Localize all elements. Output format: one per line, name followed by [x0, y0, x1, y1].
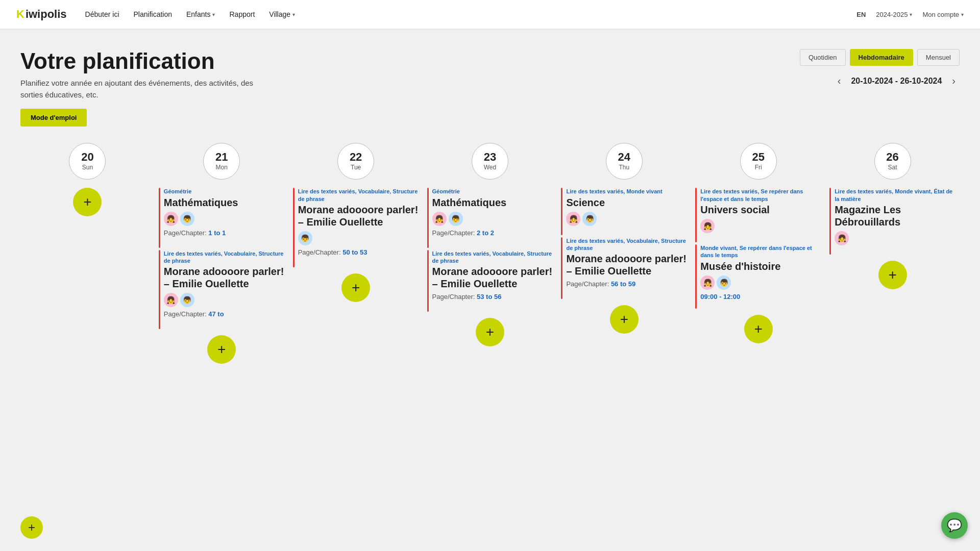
- add-event-button-fri[interactable]: +: [744, 315, 773, 343]
- chevron-down-icon: ▾: [910, 12, 912, 17]
- day-col-mon: 21MonGéométrieMathématiques👧👦Page/Chapte…: [155, 143, 289, 449]
- page-chapter-label: Page/Chapter:: [432, 293, 477, 300]
- day-header: 22Tue: [293, 143, 419, 180]
- event-tag: Monde vivant, Se repérer dans l'espace e…: [700, 244, 821, 259]
- event-avatars: 👧👦: [164, 293, 285, 307]
- event-avatars: 👧👦: [164, 212, 285, 226]
- year-selector[interactable]: 2024-2025 ▾: [876, 11, 912, 18]
- add-event-button-sun[interactable]: +: [73, 188, 102, 216]
- main-nav: Débuter ici Planification Enfants ▾ Rapp…: [85, 10, 857, 18]
- day-number: 26: [886, 152, 898, 163]
- page-chapter-label: Page/Chapter:: [298, 248, 342, 256]
- chevron-down-icon: ▾: [961, 12, 964, 17]
- day-col-thu: 24ThuLire des textes variés, Monde vivan…: [557, 143, 691, 449]
- hebdomadaire-button[interactable]: Hebdomadaire: [850, 49, 913, 66]
- event-title: Morane adoooore parler! – Emilie Ouellet…: [432, 265, 553, 290]
- account-button[interactable]: Mon compte ▾: [922, 11, 964, 18]
- event-card: Lire des textes variés, Monde vivantScie…: [561, 188, 687, 235]
- avatar: 👧: [164, 212, 178, 226]
- page-chapter-label: Page/Chapter:: [164, 310, 208, 318]
- quotidien-button[interactable]: Quotidien: [800, 49, 846, 66]
- day-name: Tue: [351, 164, 361, 171]
- mode-emploi-button[interactable]: Mode d'emploi: [20, 109, 87, 127]
- date-navigation: ‹ 20-10-2024 - 26-10-2024 ›: [834, 74, 960, 88]
- day-number: 25: [752, 152, 764, 163]
- avatar: 👦: [180, 212, 194, 226]
- event-tag: Lire des textes variés, Monde vivant, Ét…: [835, 188, 955, 203]
- nav-enfants[interactable]: Enfants ▾: [186, 10, 215, 18]
- day-circle: 26Sat: [874, 143, 911, 180]
- event-title: Mathématiques: [432, 196, 553, 209]
- avatar: 👧: [700, 276, 715, 290]
- page-chapter: Page/Chapter: 53 to 56: [432, 293, 553, 300]
- day-col-fri: 25FriLire des textes variés, Se repérer …: [691, 143, 825, 449]
- logo-k: K: [16, 8, 24, 21]
- event-tag: Lire des textes variés, Vocabulaire, Str…: [566, 237, 687, 252]
- add-event-button-tue[interactable]: +: [341, 273, 370, 302]
- day-number: 24: [618, 152, 630, 163]
- event-card: Lire des textes variés, Vocabulaire, Str…: [293, 188, 419, 267]
- day-header: 23Wed: [427, 143, 553, 180]
- nav-planification[interactable]: Planification: [134, 10, 173, 18]
- day-name: Sat: [888, 164, 897, 171]
- event-card: Lire des textes variés, Vocabulaire, Str…: [159, 250, 285, 330]
- logo-rest: iwipolis: [26, 8, 67, 21]
- page-chapter-value: 50 to 53: [342, 248, 367, 256]
- page-header: Votre planification Planifiez votre anné…: [20, 49, 960, 127]
- page-chapter-label: Page/Chapter:: [164, 229, 208, 237]
- event-avatars: 👧👦: [566, 212, 687, 226]
- page-chapter-label: Page/Chapter:: [566, 280, 610, 288]
- nav-debuter[interactable]: Débuter ici: [85, 10, 119, 18]
- day-col-sun: 20Sun+: [20, 143, 155, 449]
- time-badge: 09:00 - 12:00: [700, 293, 821, 300]
- event-tag: Géométrie: [432, 188, 553, 195]
- event-card: GéométrieMathématiques👧👦Page/Chapter: 2 …: [427, 188, 553, 247]
- event-avatars: 👧: [700, 219, 821, 233]
- avatar: 👧: [700, 219, 715, 233]
- nav-rapport[interactable]: Rapport: [229, 10, 255, 18]
- view-toggle: Quotidien Hebdomadaire Mensuel: [800, 49, 960, 66]
- add-event-button-thu[interactable]: +: [610, 305, 639, 334]
- event-avatars: 👧👦: [700, 276, 821, 290]
- event-title: Musée d'histoire: [700, 260, 821, 272]
- event-title: Mathématiques: [164, 196, 285, 209]
- view-controls: Quotidien Hebdomadaire Mensuel ‹ 20-10-2…: [800, 49, 960, 88]
- header: K iwipolis Débuter ici Planification Enf…: [0, 0, 980, 29]
- avatar: 👧: [835, 231, 849, 245]
- page-chapter-value: 2 to 2: [477, 229, 494, 237]
- event-title: Morane adoooore parler! – Emilie Ouellet…: [164, 265, 285, 290]
- add-event-button-wed[interactable]: +: [476, 318, 504, 346]
- prev-week-button[interactable]: ‹: [834, 74, 845, 88]
- page-chapter-value: 47 to: [208, 310, 224, 318]
- day-circle: 21Mon: [203, 143, 240, 180]
- day-name: Wed: [484, 164, 496, 171]
- mensuel-button[interactable]: Mensuel: [917, 49, 960, 66]
- avatar: 👧: [432, 212, 447, 226]
- day-circle: 23Wed: [472, 143, 508, 180]
- day-header: 20Sun: [24, 143, 151, 180]
- day-number: 22: [350, 152, 362, 163]
- avatar: 👧: [164, 293, 178, 307]
- page-title-section: Votre planification Planifiez votre anné…: [20, 49, 276, 127]
- language-button[interactable]: EN: [856, 11, 866, 18]
- event-card: Lire des textes variés, Vocabulaire, Str…: [561, 237, 687, 299]
- next-week-button[interactable]: ›: [948, 74, 960, 88]
- chevron-down-icon: ▾: [212, 12, 215, 17]
- event-title: Univers social: [700, 204, 821, 216]
- day-header: 21Mon: [159, 143, 285, 180]
- add-event-button-sat[interactable]: +: [878, 261, 907, 289]
- nav-village[interactable]: Village ▾: [269, 10, 295, 18]
- add-event-button-mon[interactable]: +: [207, 335, 236, 364]
- event-title: Morane adoooore parler! – Emilie Ouellet…: [566, 253, 687, 277]
- event-tag: Lire des textes variés, Vocabulaire, Str…: [298, 188, 419, 203]
- logo[interactable]: K iwipolis: [16, 8, 67, 21]
- event-card: GéométrieMathématiques👧👦Page/Chapter: 1 …: [159, 188, 285, 247]
- page-chapter: Page/Chapter: 2 to 2: [432, 229, 553, 237]
- event-card: Lire des textes variés, Vocabulaire, Str…: [427, 250, 553, 312]
- day-number: 21: [215, 152, 228, 163]
- day-header: 26Sat: [829, 143, 955, 180]
- avatar: 👦: [298, 231, 312, 245]
- event-title: Science: [566, 196, 687, 209]
- event-avatars: 👦: [298, 231, 419, 245]
- event-card: Lire des textes variés, Monde vivant, Ét…: [829, 188, 955, 255]
